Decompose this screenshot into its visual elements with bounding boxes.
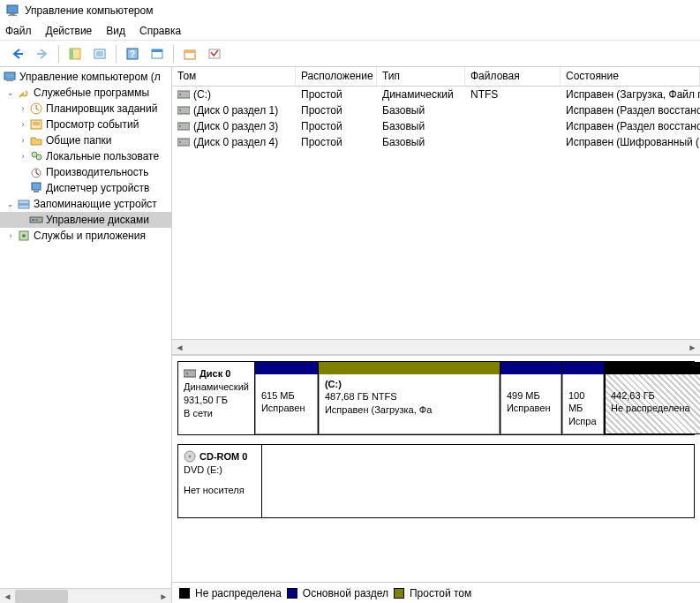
svg-rect-26 — [34, 191, 39, 192]
expand-icon[interactable] — [18, 183, 28, 193]
partition-header — [255, 362, 318, 374]
disk-row-disk0[interactable]: Диск 0 Динамический 931,50 ГБ В сети 615… — [177, 361, 695, 435]
tree-item[interactable]: Производительность — [0, 164, 171, 180]
tree-group-tools[interactable]: ⌄ Служебные программы — [0, 85, 171, 101]
partition-body: 442,63 ГБНе распределена — [605, 374, 700, 434]
partition[interactable]: 100 МБИспра — [562, 362, 605, 434]
volume-row[interactable]: (Диск 0 раздел 1)ПростойБазовыйИсправен … — [172, 102, 700, 118]
svg-point-41 — [179, 141, 181, 143]
vol-fs: NTFS — [465, 88, 561, 101]
nav-forward-button[interactable] — [32, 43, 53, 64]
svg-rect-28 — [19, 205, 29, 208]
tree-item-icon — [29, 165, 43, 179]
disk-size: 931,50 ГБ — [184, 394, 249, 407]
col-layout[interactable]: Расположение — [296, 67, 377, 86]
col-volume[interactable]: Том — [172, 67, 296, 86]
scroll-left-icon[interactable]: ◄ — [0, 589, 15, 604]
col-type[interactable]: Тип — [377, 67, 465, 86]
content-panel: Том Расположение Тип Файловая система Со… — [172, 67, 700, 603]
expand-icon[interactable] — [18, 167, 28, 177]
disk-area: Диск 0 Динамический 931,50 ГБ В сети 615… — [172, 356, 700, 582]
menu-view[interactable]: Вид — [106, 25, 125, 37]
collapse-icon[interactable]: ⌄ — [5, 199, 16, 209]
partition-body: 499 МБИсправен — [501, 374, 561, 434]
scroll-left-icon[interactable]: ◄ — [172, 340, 187, 355]
disk-state: В сети — [184, 407, 249, 420]
scroll-thumb[interactable] — [15, 590, 68, 603]
tree-item[interactable]: ›Планировщик заданий — [0, 101, 171, 117]
toolbar-separator — [58, 45, 59, 63]
help-button[interactable]: ? — [122, 43, 143, 64]
tree-item[interactable]: ›Общие папки — [0, 132, 171, 148]
vol-layout: Простой — [296, 120, 377, 132]
svg-rect-0 — [7, 5, 18, 13]
scroll-right-icon[interactable]: ► — [156, 589, 171, 604]
app-icon — [5, 4, 19, 18]
volume-icon — [177, 138, 190, 147]
cdrom-empty — [262, 445, 694, 517]
vol-type: Базовый — [377, 120, 465, 132]
tree-hscrollbar[interactable]: ◄ ► — [0, 588, 171, 603]
disk-type: Динамический — [184, 381, 249, 394]
tree-item-disk-mgmt[interactable]: Управление дисками — [0, 212, 171, 228]
svg-rect-42 — [184, 370, 196, 377]
partition-header — [319, 362, 500, 374]
tree-root[interactable]: Управление компьютером (л — [0, 69, 171, 85]
settings-button[interactable] — [179, 43, 200, 64]
vol-name: (C:) — [193, 88, 211, 101]
show-hide-tree-button[interactable] — [64, 43, 86, 64]
tree-item[interactable]: ›Локальные пользовате — [0, 148, 171, 164]
vol-name: (Диск 0 раздел 3) — [193, 120, 278, 132]
nav-back-button[interactable] — [7, 43, 28, 64]
tree-item[interactable]: Диспетчер устройств — [0, 180, 171, 196]
partition-body: 615 МБИсправен — [255, 374, 318, 434]
volume-hscrollbar[interactable]: ◄ ► — [172, 339, 700, 354]
tree-label: Общие папки — [46, 134, 111, 147]
partition-body: 100 МБИспра — [562, 374, 604, 434]
expand-icon[interactable]: › — [18, 151, 28, 162]
tree-item-icon — [29, 133, 43, 147]
tree-item-icon — [29, 181, 43, 195]
refresh-button[interactable] — [147, 43, 168, 64]
expand-icon[interactable]: › — [18, 135, 28, 146]
properties-button[interactable] — [89, 43, 110, 64]
expand-icon[interactable]: › — [18, 103, 28, 114]
toolbar-separator — [173, 45, 174, 63]
svg-rect-17 — [6, 80, 13, 81]
partition[interactable]: 615 МБИсправен — [255, 362, 319, 434]
tree-panel: Управление компьютером (л ⌄ Служебные пр… — [0, 67, 172, 603]
partition[interactable]: 499 МБИсправен — [501, 362, 562, 434]
main-area: Управление компьютером (л ⌄ Служебные пр… — [0, 67, 700, 603]
svg-rect-4 — [70, 49, 73, 59]
vol-layout: Простой — [296, 88, 377, 101]
vol-status: Исправен (Раздел восстановле — [561, 120, 700, 132]
vol-type: Базовый — [377, 104, 465, 117]
list-button[interactable] — [204, 43, 225, 64]
svg-point-35 — [179, 94, 181, 95]
scroll-right-icon[interactable]: ► — [685, 340, 700, 355]
svg-rect-14 — [184, 50, 195, 53]
tree-label: Запоминающие устройст — [34, 198, 157, 210]
col-status[interactable]: Состояние — [561, 67, 700, 86]
menubar: Файл Действие Вид Справка — [0, 21, 700, 41]
partition[interactable]: 442,63 ГБНе распределена — [605, 362, 700, 434]
menu-help[interactable]: Справка — [139, 25, 181, 37]
collapse-icon[interactable]: ⌄ — [5, 87, 16, 98]
expand-icon[interactable]: › — [5, 230, 16, 241]
volume-row[interactable]: (Диск 0 раздел 3)ПростойБазовыйИсправен … — [172, 118, 700, 134]
volume-row[interactable]: (C:)ПростойДинамическийNTFSИсправен (Заг… — [172, 87, 700, 102]
tree-item[interactable]: ›Просмотр событий — [0, 117, 171, 132]
part-size: 442,63 ГБ — [611, 389, 700, 402]
partition[interactable]: (C:)487,68 ГБ NTFSИсправен (Загрузка, Фа — [319, 362, 501, 434]
disk-row-cdrom[interactable]: CD-ROM 0 DVD (E:) Нет носителя — [177, 444, 695, 518]
expand-icon[interactable]: › — [18, 119, 28, 130]
menu-action[interactable]: Действие — [46, 25, 93, 37]
col-fs[interactable]: Файловая система — [465, 67, 561, 86]
tree-group-services[interactable]: › Службы и приложения — [0, 228, 171, 244]
disk-info: Диск 0 Динамический 931,50 ГБ В сети — [178, 362, 255, 434]
tree-group-storage[interactable]: ⌄ Запоминающие устройст — [0, 196, 171, 212]
part-size: 100 МБ — [568, 389, 598, 415]
vol-layout: Простой — [296, 104, 377, 117]
menu-file[interactable]: Файл — [5, 25, 32, 37]
volume-row[interactable]: (Диск 0 раздел 4)ПростойБазовыйИсправен … — [172, 134, 700, 150]
